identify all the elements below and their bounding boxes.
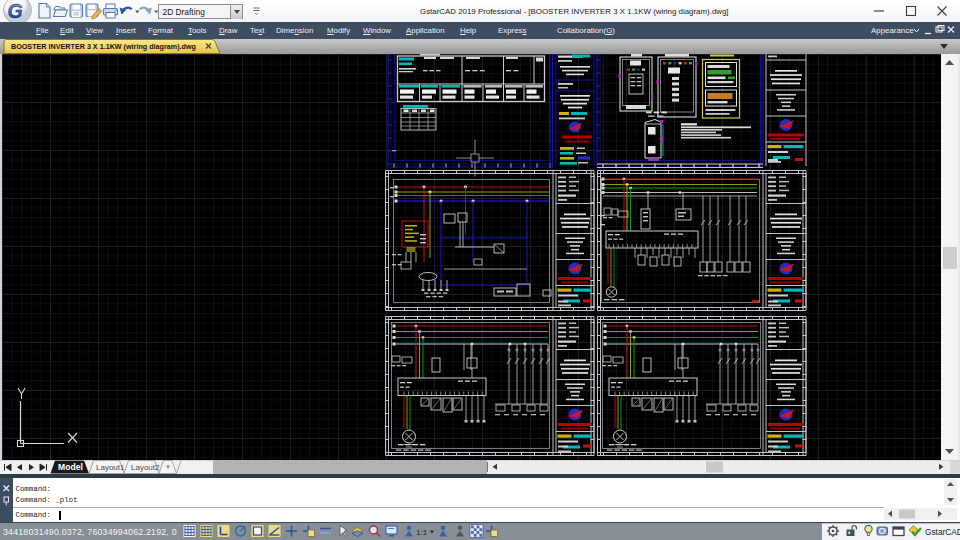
svg-text:BOOSTER INVERTER 3 X 1.1KW (wi: BOOSTER INVERTER 3 X 1.1KW (wiring diagr… [11,42,196,51]
svg-text:Layout1: Layout1 [96,463,125,472]
svg-text:G: G [8,0,23,22]
svg-text:+: + [166,462,171,472]
svg-text:Model: Model [58,462,83,472]
svg-text:Layout2: Layout2 [131,463,160,472]
